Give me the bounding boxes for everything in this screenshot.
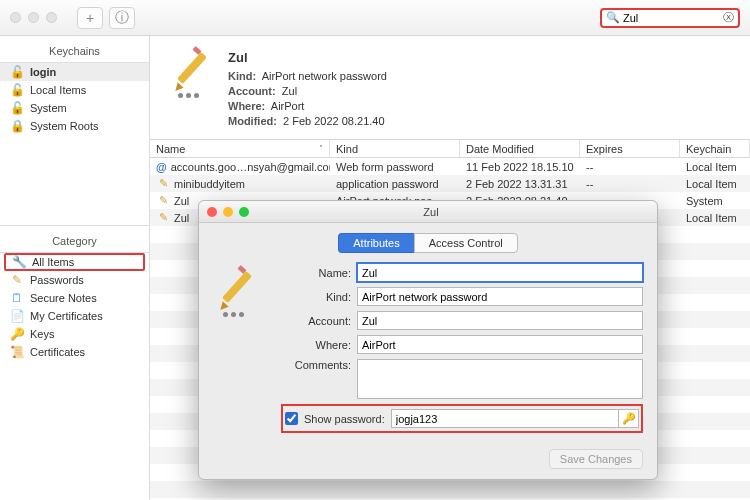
name-field[interactable] (357, 263, 643, 282)
show-password-checkbox[interactable] (285, 412, 298, 425)
keychains-heading: Keychains (0, 42, 149, 63)
attributes-form: Name: Kind: Account: Where: Comments: (281, 263, 643, 441)
keychain-login[interactable]: 🔓 login (0, 63, 149, 81)
keychain-local-items[interactable]: 🔓 Local Items (0, 81, 149, 99)
comments-field[interactable] (357, 359, 643, 399)
pencil-icon: ✎ (156, 177, 170, 190)
col-kind[interactable]: Kind (330, 140, 460, 157)
sidebar: Keychains 🔓 login 🔓 Local Items 🔓 System… (0, 36, 150, 500)
note-icon: 🗒 (10, 291, 24, 305)
category-heading: Category (0, 232, 149, 253)
window-traffic-lights[interactable] (10, 12, 57, 23)
category-keys[interactable]: 🔑 Keys (0, 325, 149, 343)
sort-asc-icon: ˄ (319, 144, 323, 153)
pencil-icon: ✎ (156, 211, 170, 224)
locked-icon: 🔒 (10, 119, 24, 133)
modal-titlebar[interactable]: Zul (199, 201, 657, 223)
all-items-icon: 🔧 (12, 255, 26, 269)
kind-label: Kind: (281, 291, 351, 303)
table-row[interactable]: ✎minibuddyitem application password 2 Fe… (150, 175, 750, 192)
search-field[interactable]: 🔍 ⓧ (600, 8, 740, 28)
pencil-icon: ✎ (10, 273, 24, 287)
at-icon: @ (156, 161, 167, 173)
table-header[interactable]: Name˄ Kind Date Modified Expires Keychai… (150, 140, 750, 158)
zoom-icon[interactable] (46, 12, 57, 23)
item-detail-header: Zul Kind: AirPort network password Accou… (150, 36, 750, 139)
certificate-icon: 📄 (10, 309, 24, 323)
category-certificates[interactable]: 📜 Certificates (0, 343, 149, 361)
keychain-system-roots[interactable]: 🔒 System Roots (0, 117, 149, 135)
search-icon: 🔍 (606, 11, 620, 24)
tab-access-control[interactable]: Access Control (414, 233, 518, 253)
clear-search-icon[interactable]: ⓧ (723, 10, 734, 25)
pencil-icon (213, 269, 257, 313)
item-title: Zul (228, 50, 387, 65)
keychain-system[interactable]: 🔓 System (0, 99, 149, 117)
minimize-icon[interactable] (28, 12, 39, 23)
add-button[interactable]: + (77, 7, 103, 29)
account-label: Account: (281, 315, 351, 327)
save-changes-button[interactable]: Save Changes (549, 449, 643, 469)
show-password-section: Show password: 🔑 (281, 404, 643, 433)
key-icon: 🔑 (622, 412, 636, 425)
key-icon: 🔑 (10, 327, 24, 341)
table-row[interactable]: @accounts.goo…nsyah@gmail.com) Web form … (150, 158, 750, 175)
col-name[interactable]: Name˄ (150, 140, 330, 157)
attributes-window: Zul Attributes Access Control Name: Kind… (198, 200, 658, 480)
info-button[interactable]: ⓘ (109, 7, 135, 29)
unlocked-icon: 🔓 (10, 101, 24, 115)
password-key-button[interactable]: 🔑 (619, 409, 639, 428)
category-all-items[interactable]: 🔧 All Items (4, 253, 145, 271)
tab-attributes[interactable]: Attributes (338, 233, 413, 253)
show-password-label: Show password: (304, 413, 385, 425)
category-my-certificates[interactable]: 📄 My Certificates (0, 307, 149, 325)
col-date[interactable]: Date Modified (460, 140, 580, 157)
modal-title: Zul (213, 206, 649, 218)
category-secure-notes[interactable]: 🗒 Secure Notes (0, 289, 149, 307)
unlocked-icon: 🔓 (10, 65, 24, 79)
col-keychain[interactable]: Keychain (680, 140, 750, 157)
kind-field[interactable] (357, 287, 643, 306)
account-field[interactable] (357, 311, 643, 330)
window-titlebar: + ⓘ 🔍 ⓧ (0, 0, 750, 36)
where-field[interactable] (357, 335, 643, 354)
table-row (150, 481, 750, 498)
tab-bar: Attributes Access Control (199, 233, 657, 253)
col-expires[interactable]: Expires (580, 140, 680, 157)
close-icon[interactable] (10, 12, 21, 23)
name-label: Name: (281, 267, 351, 279)
unlocked-icon: 🔓 (10, 83, 24, 97)
password-field[interactable] (391, 409, 619, 428)
certificate-icon: 📜 (10, 345, 24, 359)
pencil-icon (168, 50, 212, 94)
comments-label: Comments: (281, 359, 351, 371)
pencil-icon: ✎ (156, 194, 170, 207)
category-passwords[interactable]: ✎ Passwords (0, 271, 149, 289)
where-label: Where: (281, 339, 351, 351)
search-input[interactable] (623, 12, 720, 24)
